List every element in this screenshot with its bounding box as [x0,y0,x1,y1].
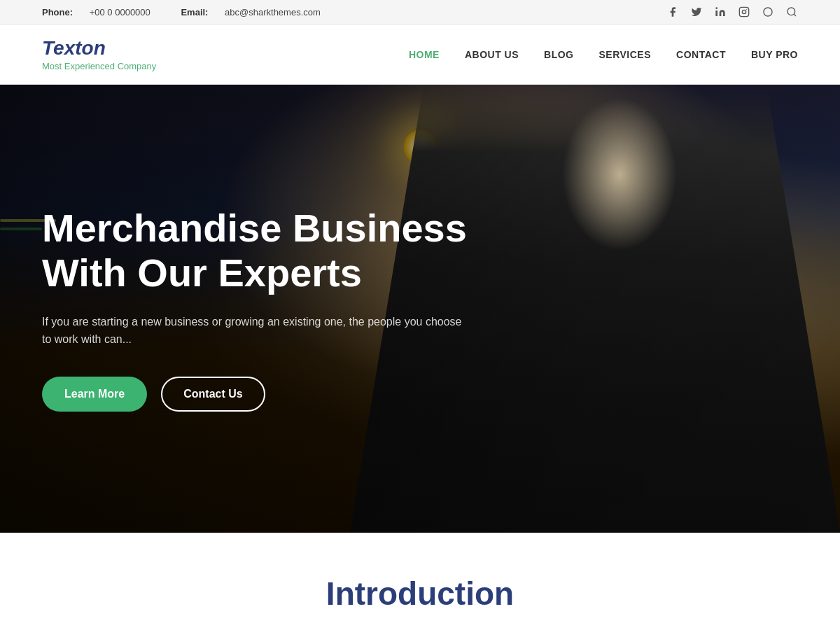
contact-us-button[interactable]: Contact Us [161,377,265,412]
intro-title: Introduction [42,575,798,612]
hero-title-line1: Merchandise Business [42,206,467,250]
twitter-icon[interactable] [690,6,703,18]
hero-subtitle: If you are starting a new business or gr… [42,313,462,349]
logo-brand: Texton [42,37,156,59]
top-bar: Phone: +00 0 0000000 Email: abc@sharkthe… [0,0,840,24]
learn-more-button[interactable]: Learn More [42,377,147,412]
facebook-icon[interactable] [666,6,679,18]
phone-info: Phone: +00 0 0000000 [42,7,167,18]
email-value: abc@sharkthemes.com [225,7,321,18]
nav-blog[interactable]: BLOG [544,49,573,60]
nav-contact[interactable]: CONTACT [676,49,726,60]
email-info: Email: abc@sharkthemes.com [181,7,334,18]
intro-section: Introduction [0,533,840,630]
main-nav: HOME ABOUT US BLOG SERVICES CONTACT BUY … [409,49,798,60]
hero-title: Merchandise Business With Our Experts [42,206,467,296]
hero-title-line2: With Our Experts [42,251,362,295]
hero-section: Merchandise Business With Our Experts If… [0,85,840,533]
skype-icon[interactable] [762,6,774,18]
contact-info: Phone: +00 0 0000000 Email: abc@sharkthe… [42,7,349,18]
search-icon[interactable] [785,6,798,18]
svg-point-3 [746,9,747,10]
nav-services[interactable]: SERVICES [599,49,652,60]
logo[interactable]: Texton Most Experienced Company [42,37,156,71]
logo-tagline: Most Experienced Company [42,61,156,71]
hero-buttons: Learn More Contact Us [42,377,467,412]
svg-point-2 [742,10,746,13]
svg-point-4 [788,8,795,15]
social-links [666,6,798,18]
nav-home[interactable]: HOME [409,49,440,60]
nav-buy-pro[interactable]: BUY PRO [751,49,798,60]
phone-label: Phone: [42,7,73,18]
nav-about[interactable]: ABOUT US [465,49,519,60]
svg-line-5 [794,14,796,16]
header: Texton Most Experienced Company HOME ABO… [0,24,840,85]
linkedin-icon[interactable] [714,6,727,18]
hero-content: Merchandise Business With Our Experts If… [0,206,509,412]
phone-value: +00 0 0000000 [90,7,150,18]
email-label: Email: [181,7,208,18]
svg-rect-1 [739,7,748,16]
svg-point-0 [715,7,718,9]
instagram-icon[interactable] [738,6,750,18]
